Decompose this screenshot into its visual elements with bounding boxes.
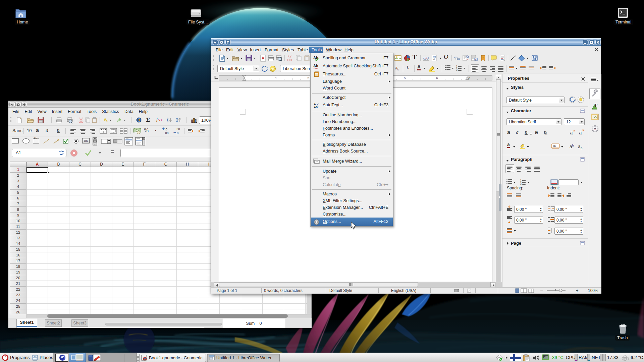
svg-text:#: # xyxy=(433,58,435,60)
svg-text:2: 2 xyxy=(307,76,309,80)
svg-text:A: A xyxy=(314,103,316,106)
svg-text:5: 5 xyxy=(404,76,406,80)
svg-text:ab: ab xyxy=(553,144,556,147)
svg-text:6: 6 xyxy=(436,76,438,80)
svg-text:1: 1 xyxy=(275,76,277,80)
svg-text:A: A xyxy=(103,129,104,131)
svg-text:AB: AB xyxy=(314,106,318,108)
svg-text:Ab: Ab xyxy=(313,64,318,68)
svg-text:T: T xyxy=(594,103,597,108)
